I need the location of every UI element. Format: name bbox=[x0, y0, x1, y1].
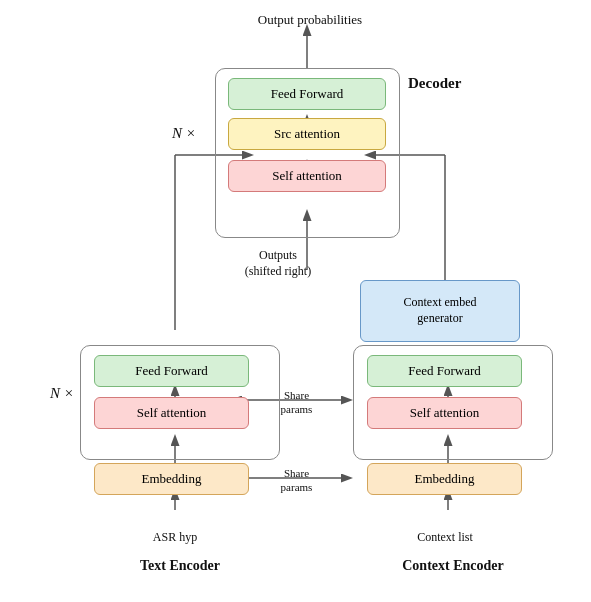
text-encoder-n-label: N × bbox=[50, 385, 74, 402]
text-encoder-self-attention-box: Self attention bbox=[94, 397, 249, 429]
context-embed-generator-box: Context embedgenerator bbox=[360, 280, 520, 342]
context-encoder-self-attention-box: Self attention bbox=[367, 397, 522, 429]
context-list-label: Context list bbox=[385, 530, 505, 545]
decoder-feed-forward-box: Feed Forward bbox=[228, 78, 386, 110]
text-encoder-embedding-box: Embedding bbox=[94, 463, 249, 495]
decoder-self-attention-box: Self attention bbox=[228, 160, 386, 192]
context-encoder-embedding-box: Embedding bbox=[367, 463, 522, 495]
asr-hyp-label: ASR hyp bbox=[120, 530, 230, 545]
decoder-src-attention-box: Src attention bbox=[228, 118, 386, 150]
share-params-2-label: Shareparams bbox=[254, 466, 339, 495]
outputs-shifted-label: Outputs(shifted right) bbox=[218, 248, 338, 279]
decoder-label: Decoder bbox=[408, 75, 461, 92]
context-encoder-label: Context Encoder bbox=[353, 558, 553, 574]
text-encoder-label: Text Encoder bbox=[80, 558, 280, 574]
text-encoder-feed-forward-box: Feed Forward bbox=[94, 355, 249, 387]
diagram: Output probabilities Decoder N × Feed Fo… bbox=[0, 0, 591, 602]
context-encoder-feed-forward-box: Feed Forward bbox=[367, 355, 522, 387]
output-probabilities-label: Output probabilities bbox=[220, 12, 400, 28]
share-params-1-label: Shareparams bbox=[254, 388, 339, 417]
decoder-n-label: N × bbox=[172, 125, 196, 142]
